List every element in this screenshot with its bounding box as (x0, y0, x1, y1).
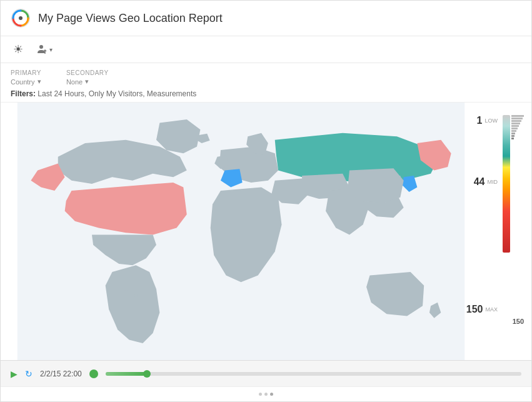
primary-dimension: PRIMARY Country ▾ (11, 69, 41, 86)
svg-point-5 (124, 290, 128, 294)
svg-point-1 (19, 16, 23, 20)
china (348, 168, 404, 203)
export-button[interactable]: ▾ (33, 43, 55, 56)
bottom-dots (1, 386, 531, 401)
timeline-bar: ▶ ↻ 2/2/15 22:00 (1, 360, 531, 386)
legend: 1 LOW 44 MID 150 MAX (481, 103, 531, 360)
legend-low-row: 1 LOW (477, 115, 498, 126)
timeline-indicator (89, 369, 98, 378)
controls: PRIMARY Country ▾ SECONDARY None ▾ Filte… (1, 63, 531, 103)
secondary-dimension: SECONDARY None ▾ (66, 69, 109, 86)
legend-max-row: 150 MAX (466, 304, 498, 315)
timeline-fill (106, 372, 148, 376)
dot-2[interactable] (264, 393, 268, 396)
app-logo (11, 8, 31, 28)
sun-icon: ☀ (13, 43, 23, 56)
refresh-button[interactable]: ↻ (25, 369, 33, 379)
legend-mid-row: 44 MID (474, 176, 498, 188)
dot-1[interactable] (259, 393, 262, 396)
sun-button[interactable]: ☀ (11, 41, 26, 58)
legend-bar-container: 1 LOW 44 MID 150 MAX (466, 115, 524, 315)
legend-max-number: 150 (513, 318, 524, 325)
timeline-thumb (143, 370, 151, 378)
secondary-select[interactable]: None ▾ (66, 78, 109, 86)
main-content: 1 LOW 44 MID 150 MAX (1, 103, 531, 360)
time-label: 2/2/15 22:00 (40, 369, 82, 378)
app: My Page Views Geo Location Report ☀ ▾ PR… (0, 0, 532, 402)
page-title: My Page Views Geo Location Report (38, 12, 223, 25)
dot-3[interactable] (270, 393, 273, 396)
svg-point-2 (39, 45, 43, 49)
geo-map[interactable] (1, 103, 481, 360)
color-gradient-bar (503, 115, 510, 253)
export-icon (36, 44, 47, 55)
timeline-track[interactable] (106, 372, 521, 376)
primary-select[interactable]: Country ▾ (11, 78, 41, 86)
histogram (511, 115, 524, 253)
play-button[interactable]: ▶ (11, 369, 18, 379)
export-arrow: ▾ (49, 46, 53, 53)
svg-point-6 (134, 294, 137, 297)
map-container (1, 103, 481, 360)
filters-bar: Filters: Last 24 Hours, Only My Visitors… (11, 89, 521, 98)
header: My Page Views Geo Location Report (1, 1, 531, 36)
toolbar: ☀ ▾ (1, 36, 531, 63)
